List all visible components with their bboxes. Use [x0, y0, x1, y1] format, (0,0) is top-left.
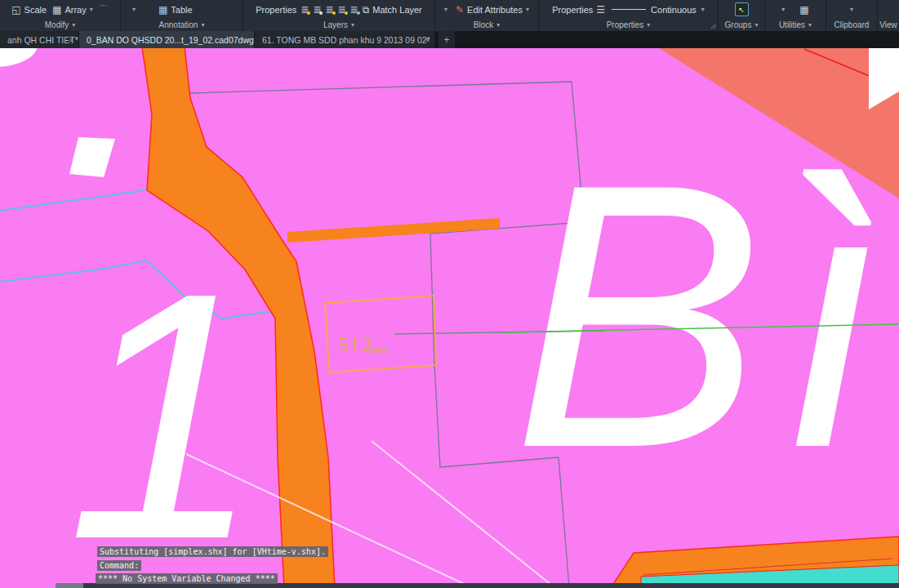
edit-attributes-button[interactable]: ✎Edit Attributes▾: [456, 5, 529, 15]
table-button[interactable]: ▦Table: [158, 5, 193, 15]
layer-properties-label: Properties: [256, 5, 296, 15]
clipboard-dropdown-icon[interactable]: ▾: [850, 7, 853, 13]
ribbon-panel-properties: Properties☰ Continuous▾ Properties▾ ◿: [539, 0, 719, 31]
drawing-svg: 1 Bìn 512 ONT: [0, 48, 899, 588]
scale-label: Scale: [24, 5, 47, 15]
ribbon-panel-view: View: [878, 0, 899, 31]
chevron-down-icon: ▾: [201, 22, 204, 29]
panel-label-block[interactable]: Block▾: [435, 19, 538, 31]
edit-attributes-icon: ✎: [456, 5, 464, 15]
calculator-icon[interactable]: ▦: [799, 5, 808, 15]
panel-label-utilities[interactable]: Utilities▾: [765, 19, 826, 31]
match-layer-button[interactable]: ⧉Match Layer: [363, 5, 422, 15]
linetype-sample: [612, 9, 646, 10]
ribbon: ◱Scale ▦Array▾ ⌒ Modify▾ ▾ ▦Table Annota…: [0, 0, 899, 31]
group-selection-icon[interactable]: ↖: [735, 2, 749, 16]
close-icon[interactable]: ✕: [244, 36, 250, 43]
scale-button[interactable]: ◱Scale: [11, 5, 47, 15]
arc-icon: ⌒: [99, 5, 109, 15]
file-tab-1[interactable]: anh QH CHI TIET* ✕: [0, 31, 79, 48]
scale-icon: ◱: [11, 5, 20, 15]
command-window-grip[interactable]: [56, 583, 83, 588]
panel-label-view[interactable]: View: [878, 19, 899, 31]
panel-label-properties[interactable]: Properties▾: [539, 19, 718, 31]
array-label: Array: [65, 5, 86, 15]
dialog-launcher-icon[interactable]: ◿: [711, 23, 715, 29]
cursor-icon: ↖: [738, 6, 745, 14]
edit-attributes-label: Edit Attributes: [467, 5, 523, 15]
big-label-1: 1: [67, 220, 262, 588]
array-button[interactable]: ▦Array▾: [52, 5, 93, 15]
chevron-down-icon: ▾: [526, 7, 529, 13]
chevron-down-icon: ▾: [808, 22, 812, 29]
panel-label-clipboard[interactable]: Clipboard: [826, 19, 877, 31]
file-tab-bar: anh QH CHI TIET* ✕ 0_BAN DO QHSDD 20...t…: [0, 31, 899, 48]
ribbon-panel-utilities: ▾ ▦ Utilities▾: [765, 0, 826, 31]
layer-properties-button[interactable]: Properties: [256, 5, 296, 15]
annotation-dropdown-icon[interactable]: ▾: [132, 7, 136, 13]
array-icon: ▦: [52, 5, 61, 15]
file-tab-2-active[interactable]: 0_BAN DO QHSDD 20...t_19_02.cad07dwg* ✕: [79, 31, 255, 48]
new-tab-button[interactable]: +: [438, 31, 455, 48]
chevron-down-icon: ▾: [72, 22, 75, 29]
layer-isolate-icon[interactable]: ≣: [313, 5, 321, 15]
file-tab-label: 0_BAN DO QHSDD 20...t_19_02.cad07dwg*: [87, 35, 255, 45]
close-icon[interactable]: ✕: [69, 36, 74, 43]
match-layer-label: Match Layer: [372, 5, 422, 15]
match-layer-icon: ⧉: [363, 5, 370, 15]
command-echo-line: Substituting [simplex.shx] for [VHtime-v…: [97, 546, 328, 557]
linetype-value: Continuous: [651, 5, 697, 15]
properties-button[interactable]: Properties☰: [552, 5, 605, 15]
layer-lock-icon[interactable]: ≣: [338, 5, 346, 15]
panel-label-groups[interactable]: Groups▾: [719, 19, 764, 31]
close-icon[interactable]: ✕: [425, 36, 430, 43]
panel-label-modify[interactable]: Modify▾: [0, 19, 120, 31]
layer-freeze-icon[interactable]: ≣: [325, 5, 333, 15]
panel-label-layers[interactable]: Layers▾: [243, 19, 434, 31]
table-icon: ▦: [158, 5, 167, 15]
ribbon-panel-annotation: ▾ ▦Table Annotation▾: [121, 0, 243, 31]
ribbon-panel-layers: Properties ≣ ≣ ≣ ≣ ≣ ⧉Match Layer Layers…: [243, 0, 435, 31]
properties-label: Properties: [552, 5, 593, 15]
chevron-down-icon[interactable]: ▾: [90, 7, 93, 13]
block-dropdown-icon[interactable]: ▾: [444, 7, 447, 13]
layer-off-icon[interactable]: ≣: [350, 5, 358, 15]
table-label: Table: [171, 5, 192, 15]
chevron-down-icon: ▾: [496, 22, 500, 29]
ribbon-panel-block: ▾ ✎Edit Attributes▾ Block▾: [435, 0, 539, 31]
layer-state-icon[interactable]: ≣: [300, 5, 309, 15]
fillet-button[interactable]: ⌒: [99, 5, 109, 15]
linetype-select[interactable]: Continuous▾: [612, 5, 705, 15]
ribbon-panel-groups: ↖ Groups▾: [719, 0, 765, 31]
autocad-window: ◱Scale ▦Array▾ ⌒ Modify▾ ▾ ▦Table Annota…: [0, 0, 899, 588]
command-prompt-line: Command:: [97, 560, 141, 571]
utilities-dropdown-icon[interactable]: ▾: [781, 7, 785, 13]
ribbon-panel-clipboard: ▾ Clipboard: [826, 0, 878, 31]
chevron-down-icon: ▾: [647, 22, 650, 29]
chevron-down-icon: ▾: [701, 7, 705, 13]
parcel-512-number: 512: [338, 334, 374, 356]
chevron-down-icon: ▾: [754, 22, 758, 29]
big-label-binh: Bìn: [513, 106, 899, 525]
command-status-line: **** No System Variable Changed ****: [96, 573, 278, 584]
drawing-canvas[interactable]: 1 Bìn 512 ONT Substituting [simplex.shx]…: [0, 48, 899, 588]
ribbon-panel-modify: ◱Scale ▦Array▾ ⌒ Modify▾: [0, 0, 121, 31]
file-tab-label: anh QH CHI TIET*: [7, 35, 78, 45]
file-tab-3[interactable]: 61. TONG MB SDD phan khu 9 2013 09 02* ✕: [255, 31, 435, 48]
linetype-lines-icon: ☰: [596, 5, 605, 15]
chevron-down-icon: ▾: [351, 22, 354, 29]
parcel-512-code: ONT: [369, 346, 387, 355]
panel-label-annotation[interactable]: Annotation▾: [121, 19, 243, 31]
file-tab-label: 61. TONG MB SDD phan khu 9 2013 09 02*: [262, 35, 430, 45]
